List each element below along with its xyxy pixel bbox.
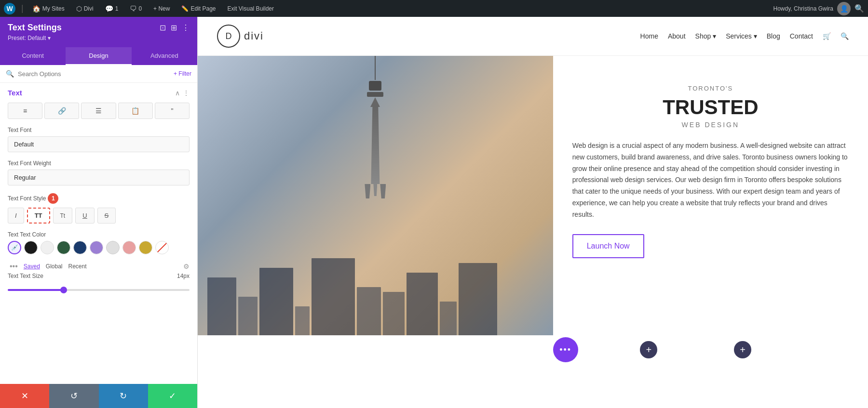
nav-services[interactable]: Services ▾ bbox=[726, 32, 757, 40]
filter-button[interactable]: + Filter bbox=[174, 70, 191, 77]
divi-builder-row: ••• + + bbox=[198, 335, 868, 364]
text-font-select[interactable]: Default bbox=[8, 136, 190, 152]
text-section-title: Text bbox=[8, 89, 22, 97]
color-more-icon[interactable]: ••• bbox=[10, 262, 18, 271]
admin-bar-divi[interactable]: ⬡ Divi bbox=[73, 0, 96, 17]
sidebar-icon-window[interactable]: ⊡ bbox=[160, 23, 166, 32]
tab-design[interactable]: Design bbox=[66, 47, 131, 65]
hero-title: TRUSTED bbox=[572, 96, 849, 119]
color-settings-icon[interactable]: ⚙ bbox=[183, 263, 190, 270]
site-nav: D divi Home About Shop ▾ Services ▾ Blog… bbox=[198, 17, 868, 56]
title-case-button[interactable]: Tt bbox=[53, 208, 73, 224]
color-light-purple[interactable] bbox=[90, 241, 103, 254]
link-button[interactable]: 🔗 bbox=[44, 103, 79, 119]
my-sites-label: My Sites bbox=[42, 5, 65, 12]
divi-icon: ⬡ bbox=[76, 5, 82, 13]
nav-contact[interactable]: Contact bbox=[790, 32, 813, 40]
eyedropper-swatch[interactable]: 💉 bbox=[8, 241, 21, 254]
color-swatch-row: 💉 bbox=[8, 241, 190, 254]
list-button[interactable]: ☰ bbox=[81, 103, 116, 119]
undo-button[interactable]: ↺ bbox=[49, 384, 98, 408]
hero-text: TORONTO'S TRUSTED WEB DESIGN Web design … bbox=[553, 56, 868, 335]
hero-section: TORONTO'S TRUSTED WEB DESIGN Web design … bbox=[198, 56, 868, 335]
text-size-row: Text Text Size 14px bbox=[8, 273, 190, 279]
color-white[interactable] bbox=[41, 241, 54, 254]
tab-advanced[interactable]: Advanced bbox=[132, 47, 197, 65]
redo-button[interactable]: ↻ bbox=[99, 384, 148, 408]
cancel-button[interactable]: ✕ bbox=[0, 384, 49, 408]
search-icon: 🔍 bbox=[6, 70, 14, 78]
recent-colors-button[interactable]: Recent bbox=[68, 263, 87, 270]
collapse-icon[interactable]: ∧ bbox=[175, 89, 180, 97]
admin-bar-exit-builder[interactable]: Exit Visual Builder bbox=[224, 0, 277, 17]
buildings bbox=[198, 258, 553, 335]
comment-icon: 💬 bbox=[105, 5, 113, 13]
logo-circle: D bbox=[217, 25, 240, 48]
nav-shop[interactable]: Shop ▾ bbox=[695, 32, 717, 40]
nav-home[interactable]: Home bbox=[640, 32, 658, 40]
cta-button[interactable]: Launch Now bbox=[572, 234, 644, 258]
admin-bar-my-sites[interactable]: 🏠 My Sites bbox=[29, 0, 68, 17]
more-options-icon[interactable]: ⋮ bbox=[183, 89, 190, 97]
edit-icon: ✏️ bbox=[181, 5, 189, 12]
nav-blog[interactable]: Blog bbox=[767, 32, 780, 40]
global-colors-button[interactable]: Global bbox=[46, 263, 63, 270]
sidebar-search-bar: 🔍 + Filter bbox=[0, 65, 197, 83]
text-size-slider[interactable] bbox=[8, 289, 190, 291]
logo-text: divi bbox=[244, 30, 264, 42]
color-dark-blue[interactable] bbox=[73, 241, 87, 254]
font-style-btn-group: I TT Tt U S bbox=[8, 208, 190, 224]
section-header-icons: ∧ ⋮ bbox=[175, 89, 190, 97]
search-input[interactable] bbox=[18, 70, 170, 78]
color-pink[interactable] bbox=[122, 241, 136, 254]
sidebar-panel: Text Settings ⊡ ⊞ ⋮ Preset: Default ▾ Co… bbox=[0, 17, 198, 408]
text-font-label: Text Font bbox=[8, 127, 190, 133]
quote-button[interactable]: " bbox=[155, 103, 190, 119]
hero-subtitle: TORONTO'S bbox=[572, 85, 849, 92]
color-light-gray[interactable] bbox=[106, 241, 120, 254]
sidebar-header: Text Settings ⊡ ⊞ ⋮ Preset: Default ▾ bbox=[0, 17, 197, 47]
save-icon: ✓ bbox=[169, 391, 176, 401]
sidebar-header-icons: ⊡ ⊞ ⋮ bbox=[160, 23, 190, 32]
undo-icon: ↺ bbox=[70, 391, 78, 401]
sidebar-icon-more[interactable]: ⋮ bbox=[182, 23, 190, 32]
avatar: 👤 bbox=[837, 2, 851, 15]
cn-tower bbox=[365, 56, 386, 198]
badge-number: 1 bbox=[48, 193, 58, 204]
admin-bar-new[interactable]: + New bbox=[150, 0, 173, 17]
saved-colors-button[interactable]: Saved bbox=[24, 263, 40, 270]
wp-logo-icon[interactable]: W bbox=[4, 3, 15, 14]
text-font-style-label: Text Font Style bbox=[8, 195, 46, 202]
add-row-button-2[interactable]: + bbox=[734, 341, 751, 358]
color-gold[interactable] bbox=[139, 241, 152, 254]
admin-bar-pending[interactable]: 🗨 0 bbox=[127, 0, 145, 17]
admin-bar-comments[interactable]: 💬 1 bbox=[102, 0, 122, 17]
new-label: + New bbox=[153, 5, 170, 12]
cart-icon[interactable]: 🛒 bbox=[823, 32, 831, 40]
alignment-btn-group: ≡ 🔗 ☰ 📋 " bbox=[8, 103, 190, 119]
sidebar-icon-split[interactable]: ⊞ bbox=[171, 23, 177, 32]
tab-content[interactable]: Content bbox=[0, 47, 66, 65]
nav-search-icon[interactable]: 🔍 bbox=[841, 32, 849, 40]
cancel-icon: ✕ bbox=[21, 391, 28, 401]
italic-button[interactable]: I bbox=[8, 208, 24, 224]
bold-upper-button[interactable]: TT bbox=[27, 208, 50, 224]
color-black[interactable] bbox=[24, 241, 38, 254]
strikethrough-button[interactable]: S bbox=[97, 208, 116, 224]
color-dark-green[interactable] bbox=[57, 241, 70, 254]
sidebar-preset[interactable]: Preset: Default ▾ bbox=[8, 35, 190, 41]
text-font-weight-select[interactable]: Regular bbox=[8, 170, 190, 185]
ordered-list-button[interactable]: 📋 bbox=[118, 103, 153, 119]
underline-button[interactable]: U bbox=[75, 208, 94, 224]
edit-page-label: Edit Page bbox=[190, 5, 216, 12]
align-left-button[interactable]: ≡ bbox=[8, 103, 42, 119]
color-clear[interactable] bbox=[155, 241, 169, 254]
admin-bar-edit-page[interactable]: ✏️ Edit Page bbox=[178, 0, 218, 17]
home-icon: 🏠 bbox=[32, 5, 41, 13]
save-button[interactable]: ✓ bbox=[148, 384, 197, 408]
nav-about[interactable]: About bbox=[668, 32, 686, 40]
hero-title2: WEB DESIGN bbox=[572, 121, 849, 129]
divi-dots-button[interactable]: ••• bbox=[553, 337, 578, 362]
search-icon[interactable]: 🔍 bbox=[854, 4, 864, 13]
add-row-button-1[interactable]: + bbox=[640, 341, 657, 358]
